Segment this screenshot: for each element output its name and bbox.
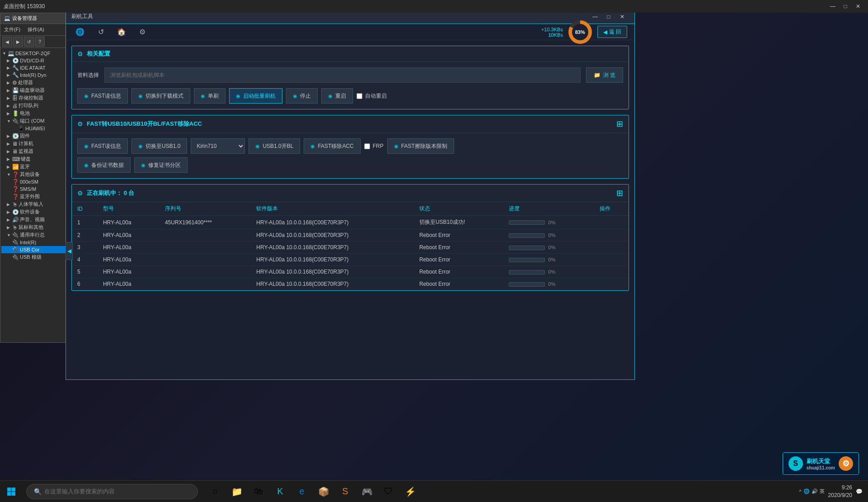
search-input[interactable] <box>44 488 190 495</box>
tree-item-computer[interactable]: ▼ 💻 DESKTOP-2QF <box>1 50 69 57</box>
taskbar-app1-btn[interactable]: K <box>270 482 290 502</box>
section1-icon: ⚙ <box>77 50 83 57</box>
maximize-button[interactable]: □ <box>839 0 852 13</box>
switch-usb1-btn[interactable]: ◉ 切换至USB1.0 <box>131 138 187 154</box>
dm-forward-btn[interactable]: ▶ <box>13 37 23 47</box>
taskbar-edge-btn[interactable]: e <box>292 482 312 502</box>
tree-item-bt-peripheral[interactable]: ❓ 蓝牙外围 <box>1 193 69 200</box>
tree-item-huawei[interactable]: 📱 HUAWEI <box>1 125 69 132</box>
taskbar-explorer-btn[interactable]: 📁 <box>227 482 247 502</box>
close-button[interactable]: ✕ <box>852 0 864 13</box>
tree-item-storage[interactable]: ▶ 🗄 存储控制器 <box>1 94 69 102</box>
backup-cert-btn[interactable]: ◉ 备份证书数据 <box>77 157 131 173</box>
cell-version: HRY-AL00a 10.0.0.168(C00E70R3P7) <box>251 254 414 266</box>
tree-item-cpu[interactable]: ▶ ⚙ 处理器 <box>1 79 69 86</box>
tree-item-intel-dyn[interactable]: ▶ 🔧 Intel(R) Dyn <box>1 71 69 79</box>
taskbar-app3-btn[interactable]: S <box>335 482 355 502</box>
batch-flash-btn[interactable]: ◉ 启动批量刷机 <box>229 88 282 104</box>
tree-item-audio[interactable]: ▶ 🔊 声音、视频 <box>1 216 69 223</box>
tree-item-print[interactable]: ▶ 🖨 打印队列 <box>1 102 69 109</box>
tree-item-000esm[interactable]: ❓ 000eSM <box>1 178 69 185</box>
tree-item-usb-cor[interactable]: 🔌 USB Cor <box>1 246 69 253</box>
tree-item-bluetooth[interactable]: ▶ 📶 蓝牙 <box>1 163 69 170</box>
watermark: S 刷机天堂 shuaji11.com ⚙ <box>783 452 859 475</box>
taskbar-app6-btn[interactable]: ⚡ <box>400 482 420 502</box>
cell-version: HRY-AL00a 10.0.0.168(C00E70R3P7) <box>251 266 414 278</box>
tree-item-other-devices[interactable]: ▼ ❓ 其他设备 <box>1 170 69 178</box>
cell-action <box>594 254 629 266</box>
dm-back-btn[interactable]: ◀ <box>2 37 12 47</box>
sidebar-collapse-btn[interactable]: ◀ <box>66 242 73 260</box>
taskbar-app2-btn[interactable]: 📦 <box>314 482 333 502</box>
progress-bar <box>509 282 545 287</box>
chip-select[interactable]: Kirin710 Kirin710 Kirin970 Kirin980 <box>191 138 245 154</box>
fast-erase-version-btn[interactable]: ◉ FAST擦除版本限制 <box>387 138 454 154</box>
back-button[interactable]: ◀ 返 回 <box>597 26 627 38</box>
tree-item-usb-root[interactable]: 🔌 USB 根级 <box>1 253 69 261</box>
app-maximize-btn[interactable]: □ <box>602 11 615 22</box>
tree-item-sms[interactable]: ❓ SMS/M <box>1 185 69 193</box>
start-button[interactable] <box>0 481 23 502</box>
frp-checkbox[interactable] <box>364 143 370 149</box>
taskbar-store-btn[interactable]: 🛍 <box>249 482 268 502</box>
cell-id: 3 <box>72 242 98 254</box>
refresh-icon-btn[interactable]: ↺ <box>94 25 108 39</box>
browse-button[interactable]: 📁 浏 览 <box>586 67 623 83</box>
tree-item-disk[interactable]: ▶ 💾 磁盘驱动器 <box>1 86 69 94</box>
tray-lang[interactable]: 英 <box>820 488 825 495</box>
app-minimize-btn[interactable]: — <box>588 11 602 22</box>
taskbar-app5-btn[interactable]: 🛡 <box>379 482 399 502</box>
taskbar-clock[interactable]: 9:26 2020/9/20 <box>828 484 852 499</box>
dm-menu-action[interactable]: 操作(A) <box>24 25 48 34</box>
dm-menu-file[interactable]: 文件(F) <box>0 25 24 34</box>
fast-remove-acc-btn[interactable]: ◉ FAST移除ACC <box>304 138 360 154</box>
tree-item-firmware[interactable]: ▶ 💽 固件 <box>1 132 69 140</box>
dm-help-btn[interactable]: ? <box>35 37 45 47</box>
home-icon-btn[interactable]: 🏠 <box>115 25 128 39</box>
col-model: 型号 <box>98 202 160 216</box>
tray-network[interactable]: 🌐 <box>803 488 810 494</box>
switch-usb1-icon: ◉ <box>138 143 143 149</box>
reboot-btn[interactable]: ◉ 重启 <box>321 88 353 104</box>
tree-item-monitor[interactable]: ▶ 🖥 监视器 <box>1 147 69 155</box>
tree-item-computer2[interactable]: ▶ 🖥 计算机 <box>1 140 69 147</box>
frp-checkbox-label[interactable]: FRP <box>364 143 384 149</box>
globe-icon-btn[interactable]: 🌐 <box>73 25 87 39</box>
cell-version: HRY-AL00a 10.0.0.168(C00E70R3P7) <box>251 278 414 290</box>
tree-item-battery[interactable]: ▶ 🔋 电池 <box>1 109 69 117</box>
tray-notification[interactable]: 💬 <box>856 488 863 495</box>
tree-item-mouse[interactable]: ▶ 🖱 鼠标和其他 <box>1 223 69 231</box>
tray-arrow[interactable]: ^ <box>799 489 801 494</box>
tree-item-ide[interactable]: ▶ 🔧 IDE ATA/AT <box>1 64 69 71</box>
taskbar-search-box[interactable]: 🔍 <box>26 484 198 499</box>
tray-volume[interactable]: 🔊 <box>812 488 818 494</box>
minimize-button[interactable]: — <box>826 0 839 13</box>
taskbar-cortana-btn[interactable]: ○ <box>205 482 225 502</box>
tree-item-dvd[interactable]: ▶ 💿 DVD/CD-R <box>1 57 69 64</box>
cell-version: HRY-AL00a 10.0.0.168(C00E70R3P7) <box>251 216 414 229</box>
repair-cert-btn[interactable]: ◉ 修复证书分区 <box>134 157 188 173</box>
fast-read-btn[interactable]: ◉ FAST读信息 <box>77 138 128 154</box>
tree-item-keyboard[interactable]: ▶ ⌨ 键盘 <box>1 155 69 163</box>
app-close-btn[interactable]: ✕ <box>615 11 629 22</box>
taskbar-pinned-apps: ○ 📁 🛍 K e 📦 S 🎮 🛡 ⚡ <box>205 482 420 502</box>
stop-btn[interactable]: ◉ 停止 <box>286 88 318 104</box>
settings-icon-btn[interactable]: ⚙ <box>136 25 149 39</box>
tree-item-usb-serial[interactable]: ▼ 🔌 通用串行总 <box>1 231 69 239</box>
fast-info-btn[interactable]: ◉ FAST读信息 <box>77 88 128 104</box>
auto-reboot-checkbox[interactable] <box>357 93 362 99</box>
switch-download-btn[interactable]: ◉ 切换到下载模式 <box>131 88 190 104</box>
usb1-bl-btn[interactable]: ◉ USB1.0开BL <box>249 138 300 154</box>
resource-input[interactable] <box>104 67 581 83</box>
resource-label: 资料选择 <box>77 71 99 79</box>
dm-refresh-btn[interactable]: ↺ <box>24 37 34 47</box>
single-flash-btn[interactable]: ◉ 单刷 <box>194 88 225 104</box>
tree-item-software-dev[interactable]: ▶ 💿 软件设备 <box>1 208 69 216</box>
auto-reboot-checkbox-label[interactable]: 自动重启 <box>357 92 387 100</box>
section-config: ⚙ 相关配置 资料选择 📁 浏 览 ◉ <box>71 46 629 109</box>
tree-item-intel-usb[interactable]: 🔌 Intel(R) <box>1 239 69 246</box>
switch-dl-icon: ◉ <box>138 93 143 99</box>
tree-item-ports[interactable]: ▼ 🔌 端口 (COM <box>1 117 69 125</box>
tree-item-hid[interactable]: ▶ 🖱 人体学输入 <box>1 200 69 208</box>
taskbar-app4-btn[interactable]: 🎮 <box>357 482 377 502</box>
